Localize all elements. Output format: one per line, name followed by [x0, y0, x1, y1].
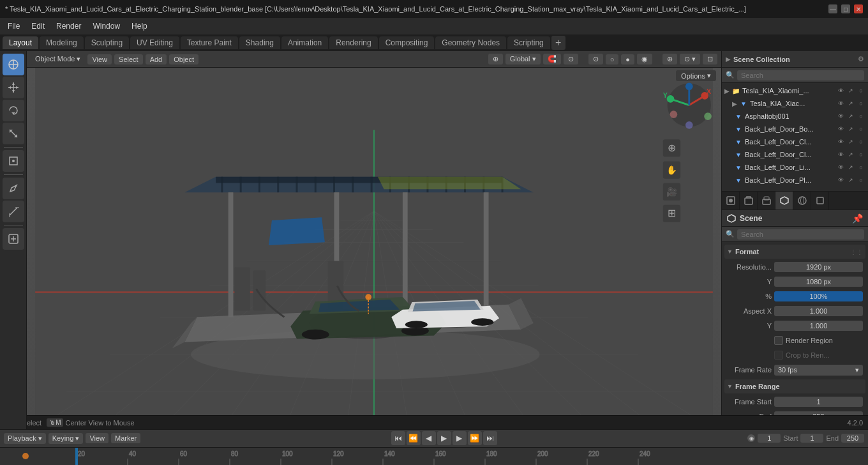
vis-cursor-0[interactable]: ↗: [846, 86, 855, 95]
tab-uv-editing[interactable]: UV Editing: [130, 36, 179, 49]
format-options-icon[interactable]: ⋮⋮: [850, 248, 863, 255]
vis-eye-1[interactable]: 👁: [836, 99, 845, 108]
options-button[interactable]: Options ▾: [676, 70, 716, 81]
vis-render-3[interactable]: ○: [857, 125, 865, 133]
vis-render-7[interactable]: ○: [857, 176, 865, 185]
add-menu[interactable]: Add: [146, 54, 167, 65]
props-tab-scene[interactable]: [775, 192, 793, 210]
resolution-x-value[interactable]: 1920 px: [774, 262, 863, 272]
scene-canvas[interactable]: X Y Z ⊕ ✋ 🎥 ⊞ Options ▾: [27, 68, 721, 429]
vis-render-1[interactable]: ○: [857, 99, 865, 108]
timeline-end[interactable]: 250: [841, 434, 864, 443]
props-tab-object[interactable]: [811, 192, 829, 210]
tab-rendering[interactable]: Rendering: [329, 36, 377, 49]
outliner-item-5[interactable]: ▼ Back_Left_Door_Cl... 👁 ↗ ○: [722, 148, 868, 161]
outliner-item-6[interactable]: ▼ Back_Left_Door_Li... 👁 ↗ ○: [722, 161, 868, 174]
marker-menu[interactable]: Marker: [111, 433, 140, 443]
outliner-filter-icon[interactable]: ⚙: [858, 55, 864, 63]
vis-cursor-6[interactable]: ↗: [846, 163, 855, 172]
menu-help[interactable]: Help: [126, 20, 153, 32]
view-menu-timeline[interactable]: View: [86, 433, 108, 443]
viewport-shading-1[interactable]: ⊙: [588, 54, 603, 65]
snap-toggle[interactable]: 🧲: [543, 54, 561, 65]
tab-geometry-nodes[interactable]: Geometry Nodes: [435, 36, 506, 49]
vis-render-6[interactable]: ○: [857, 163, 865, 172]
tab-animation[interactable]: Animation: [281, 36, 328, 49]
aspect-y-value[interactable]: 1.000: [774, 321, 863, 331]
tool-measure[interactable]: [3, 201, 24, 222]
tab-texture-paint[interactable]: Texture Paint: [181, 36, 238, 49]
outliner-item-3[interactable]: ▼ Back_Left_Door_Bo... 👁 ↗ ○: [722, 123, 868, 135]
view-menu[interactable]: View: [87, 54, 112, 65]
timeline-start[interactable]: 1: [800, 434, 823, 443]
close-button[interactable]: ✕: [854, 4, 863, 13]
jump-start-button[interactable]: ⏮: [391, 431, 405, 445]
crop-checkbox[interactable]: [774, 351, 783, 360]
frame-start-value[interactable]: 1: [774, 397, 863, 407]
tab-layout[interactable]: Layout: [3, 36, 38, 49]
jump-end-button[interactable]: ⏭: [483, 431, 497, 445]
vis-render-2[interactable]: ○: [857, 112, 865, 121]
prev-keyframe-button[interactable]: ⏪: [407, 431, 421, 445]
vis-eye-0[interactable]: 👁: [836, 86, 845, 95]
object-mode-dropdown[interactable]: Object Mode ▾: [31, 54, 85, 65]
outliner-item-7[interactable]: ▼ Back_Left_Door_Pl... 👁 ↗ ○: [722, 174, 868, 187]
props-search-input[interactable]: [737, 229, 864, 240]
proportional-edit[interactable]: ⊙: [564, 54, 578, 65]
vis-eye-5[interactable]: 👁: [836, 150, 845, 159]
object-menu[interactable]: Object: [169, 54, 198, 65]
vis-render-4[interactable]: ○: [857, 137, 865, 146]
tab-shading[interactable]: Shading: [239, 36, 280, 49]
tab-compositing[interactable]: Compositing: [379, 36, 435, 49]
outliner-item-1[interactable]: ▶ ▼ Tesla_KIA_Xiac... 👁 ↗ ○: [722, 97, 868, 110]
props-tab-world[interactable]: [793, 192, 811, 210]
next-frame-button[interactable]: ▶: [453, 431, 467, 445]
tab-scripting[interactable]: Scripting: [507, 36, 550, 49]
viewport-shading-4[interactable]: ◉: [637, 54, 652, 65]
tool-transform[interactable]: [3, 150, 24, 172]
outliner-item-0[interactable]: ▶ 📁 Tesla_KIA_Xiaomi_... 👁 ↗ ○: [722, 84, 868, 97]
playback-menu[interactable]: Playback ▾: [4, 433, 46, 444]
keying-menu[interactable]: Keying ▾: [49, 433, 84, 444]
outliner-item-2[interactable]: ▼ Asphaltobj001 👁 ↗ ○: [722, 110, 868, 123]
tool-annotate[interactable]: [3, 178, 24, 199]
add-workspace-button[interactable]: +: [551, 36, 565, 50]
select-menu[interactable]: Select: [114, 54, 143, 65]
vis-eye-6[interactable]: 👁: [836, 163, 845, 172]
vis-cursor-2[interactable]: ↗: [846, 112, 855, 121]
vis-render-5[interactable]: ○: [857, 150, 865, 159]
viewport-shading-3[interactable]: ●: [621, 54, 634, 65]
tool-add[interactable]: [3, 228, 24, 250]
transform-orientation[interactable]: Global ▾: [505, 54, 541, 65]
current-frame[interactable]: 1: [758, 434, 781, 443]
tool-scale[interactable]: [3, 123, 24, 144]
vis-eye-3[interactable]: 👁: [836, 125, 845, 133]
tool-rotate[interactable]: [3, 100, 24, 121]
resolution-pct-value[interactable]: 100%: [774, 291, 863, 301]
outliner-search-input[interactable]: [737, 70, 864, 80]
props-pin-icon[interactable]: 📌: [852, 213, 863, 224]
menu-edit[interactable]: Edit: [26, 20, 50, 32]
prev-frame-button[interactable]: ◀: [422, 431, 436, 445]
vis-cursor-5[interactable]: ↗: [846, 150, 855, 159]
menu-window[interactable]: Window: [87, 20, 125, 32]
props-tab-viewlayer[interactable]: [758, 192, 775, 210]
resolution-y-value[interactable]: 1080 px: [774, 277, 863, 287]
timeline-ruler[interactable]: 20 40 60 80 100 120 140 160 180 200 220 …: [0, 448, 868, 465]
props-tab-output[interactable]: [740, 192, 758, 210]
minimize-button[interactable]: —: [828, 4, 837, 13]
menu-render[interactable]: Render: [51, 20, 86, 32]
viewport-3d[interactable]: Object Mode ▾ View Select Add Object ⊕ G…: [27, 51, 721, 429]
vis-eye-2[interactable]: 👁: [836, 112, 845, 121]
next-keyframe-button[interactable]: ⏩: [468, 431, 482, 445]
render-region-checkbox[interactable]: [774, 336, 783, 345]
aspect-x-value[interactable]: 1.000: [774, 306, 863, 316]
format-section-header[interactable]: ▼ Format ⋮⋮: [724, 245, 865, 259]
play-button[interactable]: ▶: [437, 431, 451, 445]
vis-cursor-3[interactable]: ↗: [846, 125, 855, 133]
outliner-item-4[interactable]: ▼ Back_Left_Door_Cl... 👁 ↗ ○: [722, 135, 868, 148]
tab-sculpting[interactable]: Sculpting: [85, 36, 129, 49]
xray-toggle[interactable]: ⊡: [703, 54, 717, 65]
frame-rate-dropdown[interactable]: 30 fps ▾: [774, 365, 863, 376]
vis-eye-4[interactable]: 👁: [836, 137, 845, 146]
